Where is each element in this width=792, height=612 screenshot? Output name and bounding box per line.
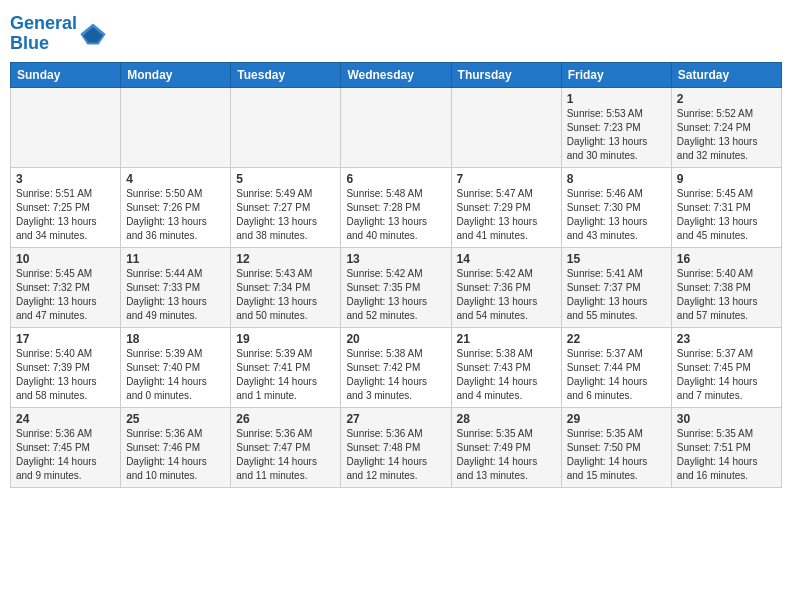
day-number: 10	[16, 252, 115, 266]
calendar-cell: 28Sunrise: 5:35 AM Sunset: 7:49 PM Dayli…	[451, 407, 561, 487]
calendar-cell: 13Sunrise: 5:42 AM Sunset: 7:35 PM Dayli…	[341, 247, 451, 327]
day-number: 16	[677, 252, 776, 266]
day-number: 14	[457, 252, 556, 266]
day-info: Sunrise: 5:40 AM Sunset: 7:39 PM Dayligh…	[16, 347, 115, 403]
calendar-cell: 24Sunrise: 5:36 AM Sunset: 7:45 PM Dayli…	[11, 407, 121, 487]
logo-text: General Blue	[10, 14, 77, 54]
calendar-cell: 16Sunrise: 5:40 AM Sunset: 7:38 PM Dayli…	[671, 247, 781, 327]
logo: General Blue	[10, 14, 107, 54]
day-info: Sunrise: 5:45 AM Sunset: 7:32 PM Dayligh…	[16, 267, 115, 323]
calendar-cell	[231, 87, 341, 167]
calendar-cell: 2Sunrise: 5:52 AM Sunset: 7:24 PM Daylig…	[671, 87, 781, 167]
weekday-header-saturday: Saturday	[671, 62, 781, 87]
calendar-cell: 1Sunrise: 5:53 AM Sunset: 7:23 PM Daylig…	[561, 87, 671, 167]
calendar-cell: 9Sunrise: 5:45 AM Sunset: 7:31 PM Daylig…	[671, 167, 781, 247]
week-row-1: 1Sunrise: 5:53 AM Sunset: 7:23 PM Daylig…	[11, 87, 782, 167]
day-number: 27	[346, 412, 445, 426]
day-info: Sunrise: 5:49 AM Sunset: 7:27 PM Dayligh…	[236, 187, 335, 243]
week-row-4: 17Sunrise: 5:40 AM Sunset: 7:39 PM Dayli…	[11, 327, 782, 407]
weekday-header-thursday: Thursday	[451, 62, 561, 87]
day-number: 7	[457, 172, 556, 186]
day-number: 4	[126, 172, 225, 186]
day-number: 11	[126, 252, 225, 266]
calendar-cell: 6Sunrise: 5:48 AM Sunset: 7:28 PM Daylig…	[341, 167, 451, 247]
day-number: 25	[126, 412, 225, 426]
day-info: Sunrise: 5:48 AM Sunset: 7:28 PM Dayligh…	[346, 187, 445, 243]
day-number: 12	[236, 252, 335, 266]
page-header: General Blue	[10, 10, 782, 54]
day-info: Sunrise: 5:42 AM Sunset: 7:35 PM Dayligh…	[346, 267, 445, 323]
calendar-cell: 4Sunrise: 5:50 AM Sunset: 7:26 PM Daylig…	[121, 167, 231, 247]
day-info: Sunrise: 5:37 AM Sunset: 7:44 PM Dayligh…	[567, 347, 666, 403]
calendar-cell: 17Sunrise: 5:40 AM Sunset: 7:39 PM Dayli…	[11, 327, 121, 407]
day-info: Sunrise: 5:53 AM Sunset: 7:23 PM Dayligh…	[567, 107, 666, 163]
calendar-cell: 29Sunrise: 5:35 AM Sunset: 7:50 PM Dayli…	[561, 407, 671, 487]
day-number: 13	[346, 252, 445, 266]
day-number: 28	[457, 412, 556, 426]
day-info: Sunrise: 5:40 AM Sunset: 7:38 PM Dayligh…	[677, 267, 776, 323]
calendar-cell: 30Sunrise: 5:35 AM Sunset: 7:51 PM Dayli…	[671, 407, 781, 487]
weekday-header-tuesday: Tuesday	[231, 62, 341, 87]
calendar-cell: 11Sunrise: 5:44 AM Sunset: 7:33 PM Dayli…	[121, 247, 231, 327]
calendar-cell	[451, 87, 561, 167]
weekday-header-row: SundayMondayTuesdayWednesdayThursdayFrid…	[11, 62, 782, 87]
calendar-cell	[341, 87, 451, 167]
day-info: Sunrise: 5:38 AM Sunset: 7:42 PM Dayligh…	[346, 347, 445, 403]
calendar-cell: 26Sunrise: 5:36 AM Sunset: 7:47 PM Dayli…	[231, 407, 341, 487]
day-info: Sunrise: 5:36 AM Sunset: 7:46 PM Dayligh…	[126, 427, 225, 483]
day-number: 20	[346, 332, 445, 346]
day-info: Sunrise: 5:46 AM Sunset: 7:30 PM Dayligh…	[567, 187, 666, 243]
day-info: Sunrise: 5:36 AM Sunset: 7:45 PM Dayligh…	[16, 427, 115, 483]
day-number: 2	[677, 92, 776, 106]
calendar-cell: 19Sunrise: 5:39 AM Sunset: 7:41 PM Dayli…	[231, 327, 341, 407]
day-info: Sunrise: 5:44 AM Sunset: 7:33 PM Dayligh…	[126, 267, 225, 323]
day-info: Sunrise: 5:37 AM Sunset: 7:45 PM Dayligh…	[677, 347, 776, 403]
day-info: Sunrise: 5:52 AM Sunset: 7:24 PM Dayligh…	[677, 107, 776, 163]
calendar-cell: 25Sunrise: 5:36 AM Sunset: 7:46 PM Dayli…	[121, 407, 231, 487]
day-number: 6	[346, 172, 445, 186]
day-number: 23	[677, 332, 776, 346]
logo-icon	[79, 20, 107, 48]
calendar-cell: 12Sunrise: 5:43 AM Sunset: 7:34 PM Dayli…	[231, 247, 341, 327]
weekday-header-monday: Monday	[121, 62, 231, 87]
calendar-cell: 14Sunrise: 5:42 AM Sunset: 7:36 PM Dayli…	[451, 247, 561, 327]
calendar-cell: 5Sunrise: 5:49 AM Sunset: 7:27 PM Daylig…	[231, 167, 341, 247]
weekday-header-wednesday: Wednesday	[341, 62, 451, 87]
week-row-5: 24Sunrise: 5:36 AM Sunset: 7:45 PM Dayli…	[11, 407, 782, 487]
day-info: Sunrise: 5:39 AM Sunset: 7:41 PM Dayligh…	[236, 347, 335, 403]
day-number: 30	[677, 412, 776, 426]
calendar-table: SundayMondayTuesdayWednesdayThursdayFrid…	[10, 62, 782, 488]
day-info: Sunrise: 5:51 AM Sunset: 7:25 PM Dayligh…	[16, 187, 115, 243]
day-info: Sunrise: 5:36 AM Sunset: 7:47 PM Dayligh…	[236, 427, 335, 483]
day-number: 17	[16, 332, 115, 346]
day-number: 18	[126, 332, 225, 346]
calendar-cell: 21Sunrise: 5:38 AM Sunset: 7:43 PM Dayli…	[451, 327, 561, 407]
calendar-cell: 10Sunrise: 5:45 AM Sunset: 7:32 PM Dayli…	[11, 247, 121, 327]
day-number: 19	[236, 332, 335, 346]
day-info: Sunrise: 5:43 AM Sunset: 7:34 PM Dayligh…	[236, 267, 335, 323]
day-number: 5	[236, 172, 335, 186]
day-info: Sunrise: 5:41 AM Sunset: 7:37 PM Dayligh…	[567, 267, 666, 323]
calendar-cell: 3Sunrise: 5:51 AM Sunset: 7:25 PM Daylig…	[11, 167, 121, 247]
day-number: 21	[457, 332, 556, 346]
day-info: Sunrise: 5:39 AM Sunset: 7:40 PM Dayligh…	[126, 347, 225, 403]
day-number: 3	[16, 172, 115, 186]
calendar-cell: 18Sunrise: 5:39 AM Sunset: 7:40 PM Dayli…	[121, 327, 231, 407]
calendar-cell: 22Sunrise: 5:37 AM Sunset: 7:44 PM Dayli…	[561, 327, 671, 407]
calendar-cell	[11, 87, 121, 167]
calendar-cell: 8Sunrise: 5:46 AM Sunset: 7:30 PM Daylig…	[561, 167, 671, 247]
day-number: 9	[677, 172, 776, 186]
day-number: 15	[567, 252, 666, 266]
calendar-cell: 20Sunrise: 5:38 AM Sunset: 7:42 PM Dayli…	[341, 327, 451, 407]
day-info: Sunrise: 5:35 AM Sunset: 7:51 PM Dayligh…	[677, 427, 776, 483]
week-row-3: 10Sunrise: 5:45 AM Sunset: 7:32 PM Dayli…	[11, 247, 782, 327]
day-info: Sunrise: 5:47 AM Sunset: 7:29 PM Dayligh…	[457, 187, 556, 243]
day-info: Sunrise: 5:38 AM Sunset: 7:43 PM Dayligh…	[457, 347, 556, 403]
week-row-2: 3Sunrise: 5:51 AM Sunset: 7:25 PM Daylig…	[11, 167, 782, 247]
day-number: 29	[567, 412, 666, 426]
calendar-cell: 7Sunrise: 5:47 AM Sunset: 7:29 PM Daylig…	[451, 167, 561, 247]
day-info: Sunrise: 5:35 AM Sunset: 7:50 PM Dayligh…	[567, 427, 666, 483]
calendar-cell	[121, 87, 231, 167]
day-number: 8	[567, 172, 666, 186]
day-number: 22	[567, 332, 666, 346]
